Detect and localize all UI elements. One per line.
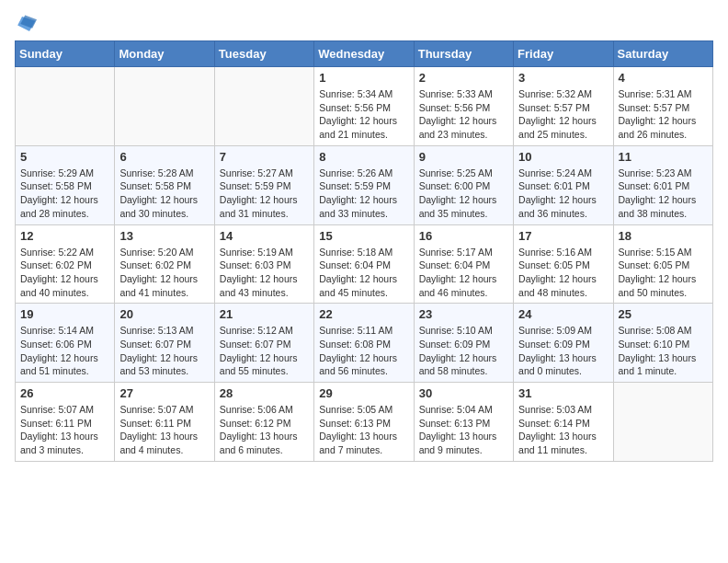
calendar-cell: 19Sunrise: 5:14 AM Sunset: 6:06 PM Dayli… [16,304,115,383]
calendar-cell: 31Sunrise: 5:03 AM Sunset: 6:14 PM Dayli… [514,383,613,462]
day-number: 19 [20,307,109,321]
day-info: Sunrise: 5:10 AM Sunset: 6:09 PM Dayligh… [419,324,508,378]
day-number: 22 [319,307,408,321]
calendar-week-4: 19Sunrise: 5:14 AM Sunset: 6:06 PM Dayli… [16,304,713,383]
day-number: 27 [119,386,209,400]
day-number: 14 [220,229,309,243]
calendar-cell: 17Sunrise: 5:16 AM Sunset: 6:05 PM Dayli… [514,224,613,304]
day-info: Sunrise: 5:16 AM Sunset: 6:05 PM Dayligh… [518,246,608,300]
day-number: 16 [419,229,508,243]
calendar-cell: 9Sunrise: 5:25 AM Sunset: 6:00 PM Daylig… [414,145,513,224]
day-number: 7 [220,150,309,164]
day-number: 1 [319,71,408,85]
weekday-header-saturday: Saturday [613,41,712,67]
calendar-cell: 1Sunrise: 5:34 AM Sunset: 5:56 PM Daylig… [314,67,414,146]
day-number: 20 [119,307,209,321]
calendar-cell: 26Sunrise: 5:07 AM Sunset: 6:11 PM Dayli… [16,383,115,462]
calendar-cell: 7Sunrise: 5:27 AM Sunset: 5:59 PM Daylig… [214,145,313,224]
calendar-cell: 12Sunrise: 5:22 AM Sunset: 6:02 PM Dayli… [16,224,115,304]
calendar-cell: 24Sunrise: 5:09 AM Sunset: 6:09 PM Dayli… [514,304,613,383]
calendar-cell [214,67,313,146]
calendar-cell: 13Sunrise: 5:20 AM Sunset: 6:02 PM Dayli… [115,224,214,304]
day-number: 28 [220,386,309,400]
day-info: Sunrise: 5:28 AM Sunset: 5:58 PM Dayligh… [119,167,209,221]
day-number: 26 [20,386,109,400]
day-number: 2 [419,71,508,85]
day-info: Sunrise: 5:23 AM Sunset: 6:01 PM Dayligh… [619,167,708,221]
day-info: Sunrise: 5:32 AM Sunset: 5:57 PM Dayligh… [518,87,608,142]
day-info: Sunrise: 5:07 AM Sunset: 6:11 PM Dayligh… [119,403,209,457]
calendar-week-2: 5Sunrise: 5:29 AM Sunset: 5:58 PM Daylig… [16,145,713,224]
day-info: Sunrise: 5:17 AM Sunset: 6:04 PM Dayligh… [419,246,508,300]
calendar-cell: 5Sunrise: 5:29 AM Sunset: 5:58 PM Daylig… [16,145,115,224]
calendar-cell: 30Sunrise: 5:04 AM Sunset: 6:13 PM Dayli… [414,383,513,462]
day-number: 15 [319,229,408,243]
day-number: 21 [220,307,309,321]
day-number: 9 [419,150,508,164]
day-number: 30 [419,386,508,400]
calendar-cell: 21Sunrise: 5:12 AM Sunset: 6:07 PM Dayli… [214,304,313,383]
day-info: Sunrise: 5:03 AM Sunset: 6:14 PM Dayligh… [518,403,608,457]
day-info: Sunrise: 5:18 AM Sunset: 6:04 PM Dayligh… [319,246,408,300]
day-info: Sunrise: 5:31 AM Sunset: 5:57 PM Dayligh… [619,87,708,142]
day-info: Sunrise: 5:11 AM Sunset: 6:08 PM Dayligh… [319,324,408,378]
day-number: 29 [319,386,408,400]
calendar-cell: 18Sunrise: 5:15 AM Sunset: 6:05 PM Dayli… [613,224,712,304]
weekday-header-monday: Monday [115,41,214,67]
day-number: 12 [20,229,109,243]
weekday-header-thursday: Thursday [414,41,513,67]
calendar-cell: 10Sunrise: 5:24 AM Sunset: 6:01 PM Dayli… [514,145,613,224]
day-number: 18 [619,229,708,243]
day-info: Sunrise: 5:06 AM Sunset: 6:12 PM Dayligh… [220,403,309,457]
calendar-cell: 4Sunrise: 5:31 AM Sunset: 5:57 PM Daylig… [613,67,712,146]
calendar-body: 1Sunrise: 5:34 AM Sunset: 5:56 PM Daylig… [16,67,713,462]
weekday-header-tuesday: Tuesday [214,41,313,67]
page-header [15,15,713,33]
day-number: 5 [20,150,109,164]
calendar-cell [115,67,214,146]
day-number: 11 [619,150,708,164]
day-info: Sunrise: 5:09 AM Sunset: 6:09 PM Dayligh… [518,324,608,378]
day-number: 17 [518,229,608,243]
day-info: Sunrise: 5:27 AM Sunset: 5:59 PM Dayligh… [220,167,309,221]
calendar-cell: 6Sunrise: 5:28 AM Sunset: 5:58 PM Daylig… [115,145,214,224]
logo [15,15,40,33]
day-info: Sunrise: 5:33 AM Sunset: 5:56 PM Dayligh… [419,87,508,142]
calendar-cell: 29Sunrise: 5:05 AM Sunset: 6:13 PM Dayli… [314,383,414,462]
day-number: 24 [518,307,608,321]
calendar-cell [613,383,712,462]
day-number: 4 [619,71,708,85]
calendar-cell: 25Sunrise: 5:08 AM Sunset: 6:10 PM Dayli… [613,304,712,383]
calendar-cell: 3Sunrise: 5:32 AM Sunset: 5:57 PM Daylig… [514,67,613,146]
day-number: 3 [518,71,608,85]
day-info: Sunrise: 5:13 AM Sunset: 6:07 PM Dayligh… [119,324,209,378]
calendar-cell: 2Sunrise: 5:33 AM Sunset: 5:56 PM Daylig… [414,67,513,146]
day-info: Sunrise: 5:05 AM Sunset: 6:13 PM Dayligh… [319,403,408,457]
day-number: 23 [419,307,508,321]
day-info: Sunrise: 5:08 AM Sunset: 6:10 PM Dayligh… [619,324,708,378]
calendar-week-3: 12Sunrise: 5:22 AM Sunset: 6:02 PM Dayli… [16,224,713,304]
day-info: Sunrise: 5:34 AM Sunset: 5:56 PM Dayligh… [319,87,408,142]
day-number: 13 [119,229,209,243]
weekday-header-friday: Friday [514,41,613,67]
calendar-cell: 15Sunrise: 5:18 AM Sunset: 6:04 PM Dayli… [314,224,414,304]
day-info: Sunrise: 5:12 AM Sunset: 6:07 PM Dayligh… [220,324,309,378]
day-number: 25 [619,307,708,321]
calendar-cell: 20Sunrise: 5:13 AM Sunset: 6:07 PM Dayli… [115,304,214,383]
calendar-cell: 8Sunrise: 5:26 AM Sunset: 5:59 PM Daylig… [314,145,414,224]
day-number: 31 [518,386,608,400]
day-info: Sunrise: 5:14 AM Sunset: 6:06 PM Dayligh… [20,324,109,378]
calendar-week-1: 1Sunrise: 5:34 AM Sunset: 5:56 PM Daylig… [16,67,713,146]
day-info: Sunrise: 5:29 AM Sunset: 5:58 PM Dayligh… [20,167,109,221]
calendar-cell: 27Sunrise: 5:07 AM Sunset: 6:11 PM Dayli… [115,383,214,462]
calendar-cell: 14Sunrise: 5:19 AM Sunset: 6:03 PM Dayli… [214,224,313,304]
day-info: Sunrise: 5:22 AM Sunset: 6:02 PM Dayligh… [20,246,109,300]
day-number: 6 [119,150,209,164]
logo-icon [15,15,37,33]
day-number: 10 [518,150,608,164]
calendar-cell: 23Sunrise: 5:10 AM Sunset: 6:09 PM Dayli… [414,304,513,383]
calendar-week-5: 26Sunrise: 5:07 AM Sunset: 6:11 PM Dayli… [16,383,713,462]
day-info: Sunrise: 5:19 AM Sunset: 6:03 PM Dayligh… [220,246,309,300]
calendar-cell: 16Sunrise: 5:17 AM Sunset: 6:04 PM Dayli… [414,224,513,304]
calendar-header: SundayMondayTuesdayWednesdayThursdayFrid… [16,41,713,67]
